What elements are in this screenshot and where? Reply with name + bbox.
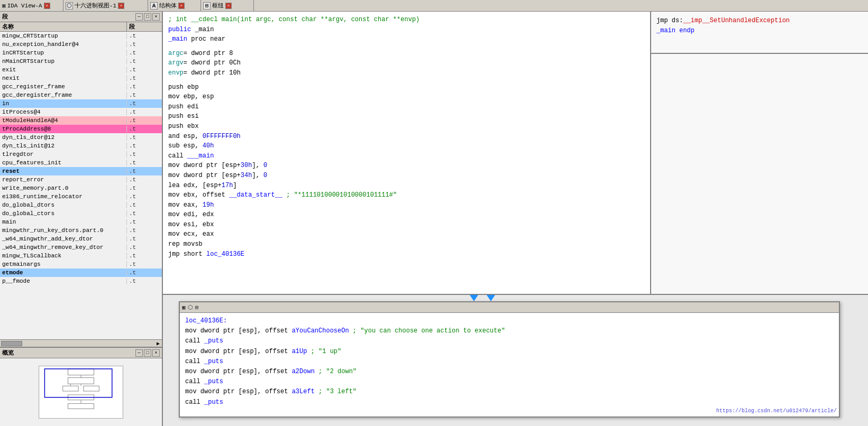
- list-item[interactable]: nexit .t: [0, 74, 162, 82]
- list-item[interactable]: main .t: [0, 218, 162, 226]
- list-item[interactable]: nu_exception_handler@4 .t: [0, 40, 162, 49]
- code-line: jmp short loc_40136E: [168, 249, 645, 260]
- arrows-area: [470, 295, 495, 301]
- overview-restore-btn[interactable]: □: [144, 349, 151, 357]
- struct-code-area[interactable]: jmp ds:__imp__SetUnhandledException _mai…: [651, 12, 868, 54]
- code-line: mov eax, 19h: [168, 200, 645, 210]
- list-item[interactable]: getmainargs .t: [0, 260, 162, 268]
- col-seg-header: 段: [127, 22, 137, 31]
- code-line: push ebp: [168, 82, 645, 92]
- tab-pivot[interactable]: ⊞ 枢纽 ×: [201, 0, 254, 11]
- code-line: _main endp: [656, 26, 863, 36]
- code-line: envp= dword ptr 10h: [168, 68, 645, 78]
- code-line: push edi: [168, 102, 645, 112]
- tab-hex-label: 十六进制视图-1: [75, 2, 116, 10]
- tab-struct[interactable]: A 结构体 ×: [148, 0, 201, 11]
- tab-hex-close[interactable]: ×: [118, 3, 124, 9]
- code-blank: [168, 44, 645, 49]
- top-row: ; int __cdecl main(int argc, const char …: [163, 12, 868, 294]
- tab-ida-view[interactable]: ▣ IDA View-A ×: [0, 0, 63, 11]
- list-item[interactable]: dyn_tls_init@12 .t: [0, 142, 162, 150]
- tab-hex-view[interactable]: ⬡ 十六进制视图-1 ×: [63, 0, 148, 11]
- list-item[interactable]: tlregdtor .t: [0, 150, 162, 159]
- code-line: mov dword ptr [esp], offset a3Left ; "3 …: [185, 387, 834, 397]
- list-item[interactable]: gcc_register_frame .t: [0, 82, 162, 91]
- list-item[interactable]: _w64_mingwthr_remove_key_dtor .t: [0, 243, 162, 252]
- tab-ida-icon: ▣: [2, 2, 6, 9]
- func-list-columns: 名称 段: [0, 22, 162, 32]
- tab-pivot-label: 枢纽: [212, 2, 224, 10]
- watermark: https://blog.csdn.net/u012479/article/: [716, 407, 837, 415]
- tab-pivot-close[interactable]: ×: [225, 3, 232, 9]
- list-item[interactable]: write_memory.part.0 .t: [0, 184, 162, 192]
- panel-close-btn[interactable]: ×: [152, 13, 160, 21]
- code-line: call ___main: [168, 151, 645, 161]
- code-line: and esp, 0FFFFFFF0h: [168, 132, 645, 142]
- list-item[interactable]: in .t: [0, 99, 162, 108]
- list-item[interactable]: tModuleHandleA@4 .t: [0, 116, 162, 125]
- code-line: mov dword ptr [esp+34h], 0: [168, 171, 645, 181]
- code-line: mov dword ptr [esp], offset a2Down ; "2 …: [185, 367, 834, 377]
- arrow-down-left: [470, 295, 478, 301]
- tab-ida-close[interactable]: ×: [44, 3, 50, 9]
- code-line: mov ebx, offset __data_start__ ; "*11110…: [168, 190, 645, 200]
- list-item[interactable]: cpu_features_init .t: [0, 159, 162, 167]
- svg-rect-0: [40, 366, 123, 418]
- list-item[interactable]: report_error .t: [0, 175, 162, 184]
- overview-close-btn[interactable]: ×: [152, 349, 160, 357]
- hex-view-icon3: ⊞: [195, 304, 199, 311]
- scroll-right-btn[interactable]: ▶: [156, 340, 161, 347]
- list-item[interactable]: gcc_deregister_frame .t: [0, 91, 162, 99]
- tab-pivot-icon: ⊞: [203, 2, 211, 10]
- minimap-svg: [39, 366, 123, 419]
- main-right: ; int __cdecl main(int argc, const char …: [163, 12, 868, 426]
- code-line: loc_40136E:: [185, 316, 834, 326]
- list-item[interactable]: mingw_CRTStartup .t: [0, 32, 162, 40]
- arrow-down-right: [487, 295, 495, 301]
- list-item[interactable]: nMainCRTStartup .t: [0, 57, 162, 66]
- code-line: mov ebp, esp: [168, 92, 645, 102]
- ida-code-area[interactable]: ; int __cdecl main(int argc, const char …: [163, 12, 651, 294]
- left-panel: 段 ─ □ × 名称 段 mingw_CRTStartup .t nu: [0, 12, 163, 426]
- code-line: call _puts: [185, 357, 834, 367]
- list-item[interactable]: mingw_TLScallback .t: [0, 252, 162, 260]
- hex-code-area[interactable]: loc_40136E: mov dword ptr [esp], offset …: [180, 313, 839, 416]
- overview-content: [0, 358, 162, 426]
- list-item[interactable]: etmode .t: [0, 268, 162, 277]
- list-item[interactable]: ei386_runtime_relocator .t: [0, 192, 162, 201]
- code-line: rep movsb: [168, 239, 645, 249]
- panel-minimize-btn[interactable]: ─: [135, 13, 143, 21]
- col-name-header: 名称: [0, 22, 127, 31]
- list-item[interactable]: tProcAddress@8 .t: [0, 125, 162, 133]
- list-item[interactable]: do_global_ctors .t: [0, 209, 162, 218]
- tab-struct-icon: A: [150, 2, 158, 10]
- overview-title: 概览: [2, 349, 14, 357]
- tab-struct-close[interactable]: ×: [178, 3, 185, 9]
- code-line: sub esp, 40h: [168, 141, 645, 151]
- list-item[interactable]: do_global_dtors .t: [0, 201, 162, 209]
- overview-header: 概览 ─ □ ×: [0, 348, 162, 358]
- left-panel-header: 段 ─ □ ×: [0, 12, 162, 22]
- code-line: _main proc near: [168, 34, 645, 44]
- hex-view-float: ▣ ⬡ ⊞ loc_40136E: mov dword ptr [esp], o…: [179, 301, 840, 418]
- list-item[interactable]: dyn_tls_dtor@12 .t: [0, 133, 162, 142]
- code-line: push esi: [168, 112, 645, 122]
- hex-view-icon2: ⬡: [188, 304, 193, 311]
- overview-controls: ─ □ ×: [135, 349, 160, 357]
- list-item[interactable]: reset .t: [0, 167, 162, 175]
- list-item[interactable]: mingwthr_run_key_dtors.part.0 .t: [0, 226, 162, 235]
- list-scrollbar-thumb[interactable]: [1, 341, 22, 346]
- panel-restore-btn[interactable]: □: [144, 13, 151, 21]
- list-scrollbar-h[interactable]: ▶: [0, 339, 162, 347]
- list-item[interactable]: exit .t: [0, 66, 162, 74]
- code-line: mov dword ptr [esp], offset aYouCanChoos…: [185, 326, 834, 336]
- overview-minimize-btn[interactable]: ─: [135, 349, 143, 357]
- struct-empty: [651, 54, 868, 294]
- func-list[interactable]: mingw_CRTStartup .t nu_exception_handler…: [0, 32, 162, 339]
- list-item[interactable]: p__fmode .t: [0, 277, 162, 285]
- list-item[interactable]: _w64_mingwthr_add_key_dtor .t: [0, 235, 162, 243]
- list-item[interactable]: itProcess@4 .t: [0, 108, 162, 116]
- tab-ida-label: IDA View-A: [7, 3, 42, 9]
- list-item[interactable]: inCRTStartup .t: [0, 49, 162, 57]
- code-line: mov edi, edx: [168, 210, 645, 220]
